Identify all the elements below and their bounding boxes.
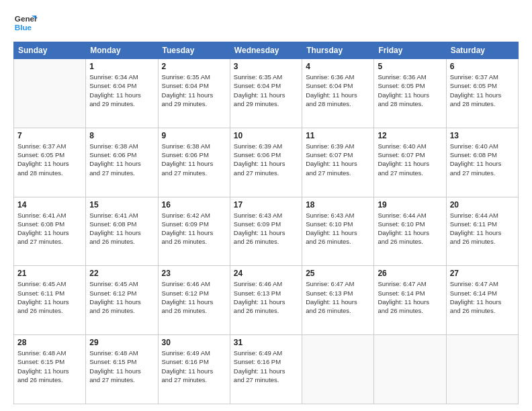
day-number: 19 (378, 200, 442, 210)
header: General Blue (13, 11, 519, 35)
day-info: Sunrise: 6:39 AM Sunset: 6:07 PM Dayligh… (306, 142, 370, 177)
day-info: Sunrise: 6:45 AM Sunset: 6:12 PM Dayligh… (89, 279, 154, 315)
calendar-cell: 1Sunrise: 6:34 AM Sunset: 6:04 PM Daylig… (86, 59, 158, 128)
day-number: 5 (378, 62, 442, 71)
day-number: 9 (162, 131, 226, 140)
day-number: 31 (234, 338, 298, 347)
day-number: 4 (306, 62, 370, 71)
column-header-thursday: Thursday (302, 42, 374, 59)
calendar-cell (446, 335, 518, 404)
calendar-cell: 31Sunrise: 6:49 AM Sunset: 6:16 PM Dayli… (230, 335, 302, 404)
logo: General Blue (13, 11, 40, 35)
column-header-sunday: Sunday (14, 42, 86, 59)
day-number: 21 (17, 269, 82, 278)
calendar-cell: 16Sunrise: 6:42 AM Sunset: 6:09 PM Dayli… (158, 197, 230, 266)
day-info: Sunrise: 6:49 AM Sunset: 6:16 PM Dayligh… (162, 349, 226, 384)
calendar-cell: 14Sunrise: 6:41 AM Sunset: 6:08 PM Dayli… (14, 197, 86, 266)
day-number: 22 (89, 269, 154, 278)
week-row-1: 1Sunrise: 6:34 AM Sunset: 6:04 PM Daylig… (14, 59, 519, 128)
week-row-5: 28Sunrise: 6:48 AM Sunset: 6:15 PM Dayli… (14, 335, 519, 404)
day-number: 8 (89, 131, 154, 140)
column-header-tuesday: Tuesday (158, 42, 230, 59)
day-info: Sunrise: 6:48 AM Sunset: 6:15 PM Dayligh… (17, 349, 82, 384)
day-info: Sunrise: 6:39 AM Sunset: 6:06 PM Dayligh… (234, 142, 298, 177)
week-row-2: 7Sunrise: 6:37 AM Sunset: 6:05 PM Daylig… (14, 128, 519, 197)
day-info: Sunrise: 6:40 AM Sunset: 6:07 PM Dayligh… (378, 142, 442, 177)
day-number: 13 (450, 131, 515, 140)
calendar-cell (14, 59, 86, 128)
calendar-cell: 10Sunrise: 6:39 AM Sunset: 6:06 PM Dayli… (230, 128, 302, 197)
day-info: Sunrise: 6:43 AM Sunset: 6:10 PM Dayligh… (306, 211, 370, 246)
calendar-header-row: SundayMondayTuesdayWednesdayThursdayFrid… (14, 42, 519, 59)
day-info: Sunrise: 6:45 AM Sunset: 6:11 PM Dayligh… (17, 279, 82, 315)
day-info: Sunrise: 6:36 AM Sunset: 6:05 PM Dayligh… (378, 73, 442, 108)
day-number: 15 (89, 200, 154, 210)
day-number: 2 (162, 62, 226, 71)
day-number: 29 (89, 338, 154, 347)
day-info: Sunrise: 6:47 AM Sunset: 6:14 PM Dayligh… (450, 279, 515, 315)
calendar-cell: 3Sunrise: 6:35 AM Sunset: 6:04 PM Daylig… (230, 59, 302, 128)
calendar-cell: 5Sunrise: 6:36 AM Sunset: 6:05 PM Daylig… (374, 59, 446, 128)
day-number: 17 (234, 200, 298, 210)
calendar-cell: 15Sunrise: 6:41 AM Sunset: 6:08 PM Dayli… (86, 197, 158, 266)
calendar-cell: 23Sunrise: 6:46 AM Sunset: 6:12 PM Dayli… (158, 266, 230, 335)
calendar-cell: 8Sunrise: 6:38 AM Sunset: 6:06 PM Daylig… (86, 128, 158, 197)
day-number: 11 (306, 131, 370, 140)
calendar-cell: 18Sunrise: 6:43 AM Sunset: 6:10 PM Dayli… (302, 197, 374, 266)
day-number: 24 (234, 269, 298, 278)
week-row-4: 21Sunrise: 6:45 AM Sunset: 6:11 PM Dayli… (14, 266, 519, 335)
calendar-cell: 30Sunrise: 6:49 AM Sunset: 6:16 PM Dayli… (158, 335, 230, 404)
day-number: 14 (17, 200, 82, 210)
calendar: SundayMondayTuesdayWednesdayThursdayFrid… (13, 42, 519, 404)
day-info: Sunrise: 6:44 AM Sunset: 6:10 PM Dayligh… (378, 211, 442, 246)
calendar-cell (374, 335, 446, 404)
calendar-cell: 28Sunrise: 6:48 AM Sunset: 6:15 PM Dayli… (14, 335, 86, 404)
day-number: 28 (17, 338, 82, 347)
svg-text:Blue: Blue (15, 23, 32, 32)
day-number: 30 (162, 338, 226, 347)
day-info: Sunrise: 6:46 AM Sunset: 6:12 PM Dayligh… (162, 279, 226, 315)
svg-text:General: General (15, 14, 38, 23)
calendar-cell: 21Sunrise: 6:45 AM Sunset: 6:11 PM Dayli… (14, 266, 86, 335)
calendar-cell: 12Sunrise: 6:40 AM Sunset: 6:07 PM Dayli… (374, 128, 446, 197)
calendar-cell: 20Sunrise: 6:44 AM Sunset: 6:11 PM Dayli… (446, 197, 518, 266)
day-number: 18 (306, 200, 370, 210)
day-info: Sunrise: 6:35 AM Sunset: 6:04 PM Dayligh… (234, 73, 298, 108)
calendar-cell: 29Sunrise: 6:48 AM Sunset: 6:15 PM Dayli… (86, 335, 158, 404)
day-info: Sunrise: 6:47 AM Sunset: 6:13 PM Dayligh… (306, 279, 370, 315)
calendar-cell: 6Sunrise: 6:37 AM Sunset: 6:05 PM Daylig… (446, 59, 518, 128)
day-info: Sunrise: 6:44 AM Sunset: 6:11 PM Dayligh… (450, 211, 515, 246)
day-info: Sunrise: 6:35 AM Sunset: 6:04 PM Dayligh… (162, 73, 226, 108)
day-info: Sunrise: 6:38 AM Sunset: 6:06 PM Dayligh… (89, 142, 154, 177)
day-info: Sunrise: 6:42 AM Sunset: 6:09 PM Dayligh… (162, 211, 226, 246)
day-number: 3 (234, 62, 298, 71)
day-info: Sunrise: 6:48 AM Sunset: 6:15 PM Dayligh… (89, 349, 154, 384)
day-number: 7 (17, 131, 82, 140)
calendar-cell: 2Sunrise: 6:35 AM Sunset: 6:04 PM Daylig… (158, 59, 230, 128)
day-number: 6 (450, 62, 515, 71)
day-info: Sunrise: 6:37 AM Sunset: 6:05 PM Dayligh… (17, 142, 82, 177)
column-header-friday: Friday (374, 42, 446, 59)
day-info: Sunrise: 6:43 AM Sunset: 6:09 PM Dayligh… (234, 211, 298, 246)
day-info: Sunrise: 6:36 AM Sunset: 6:04 PM Dayligh… (306, 73, 370, 108)
day-info: Sunrise: 6:34 AM Sunset: 6:04 PM Dayligh… (89, 73, 154, 108)
column-header-wednesday: Wednesday (230, 42, 302, 59)
logo-icon: General Blue (13, 11, 38, 35)
day-info: Sunrise: 6:41 AM Sunset: 6:08 PM Dayligh… (89, 211, 154, 246)
day-number: 23 (162, 269, 226, 278)
day-number: 10 (234, 131, 298, 140)
day-info: Sunrise: 6:37 AM Sunset: 6:05 PM Dayligh… (450, 73, 515, 108)
calendar-cell: 17Sunrise: 6:43 AM Sunset: 6:09 PM Dayli… (230, 197, 302, 266)
calendar-cell: 4Sunrise: 6:36 AM Sunset: 6:04 PM Daylig… (302, 59, 374, 128)
day-number: 27 (450, 269, 515, 278)
calendar-cell: 11Sunrise: 6:39 AM Sunset: 6:07 PM Dayli… (302, 128, 374, 197)
calendar-cell: 26Sunrise: 6:47 AM Sunset: 6:14 PM Dayli… (374, 266, 446, 335)
day-info: Sunrise: 6:46 AM Sunset: 6:13 PM Dayligh… (234, 279, 298, 315)
day-number: 25 (306, 269, 370, 278)
calendar-cell: 9Sunrise: 6:38 AM Sunset: 6:06 PM Daylig… (158, 128, 230, 197)
calendar-cell: 27Sunrise: 6:47 AM Sunset: 6:14 PM Dayli… (446, 266, 518, 335)
day-info: Sunrise: 6:41 AM Sunset: 6:08 PM Dayligh… (17, 211, 82, 246)
day-info: Sunrise: 6:40 AM Sunset: 6:08 PM Dayligh… (450, 142, 515, 177)
calendar-cell: 13Sunrise: 6:40 AM Sunset: 6:08 PM Dayli… (446, 128, 518, 197)
day-info: Sunrise: 6:38 AM Sunset: 6:06 PM Dayligh… (162, 142, 226, 177)
